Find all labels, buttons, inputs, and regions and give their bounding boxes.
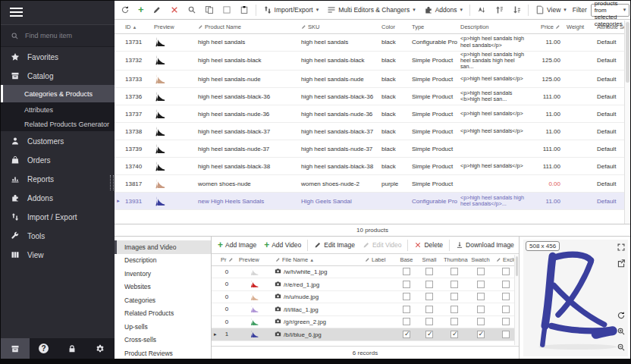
image-row-w-h-white-1-jpg[interactable]: 0 /w/h/white_1.jpg bbox=[212, 265, 519, 278]
tab-related-products[interactable]: Related Products bbox=[115, 307, 211, 321]
paste-button[interactable] bbox=[237, 4, 251, 16]
col-base[interactable]: Base bbox=[395, 254, 418, 265]
checkbox[interactable] bbox=[425, 331, 433, 338]
tab-description[interactable]: Description bbox=[115, 254, 211, 268]
menu-toggle-icon[interactable] bbox=[1, 1, 115, 24]
checkbox[interactable] bbox=[403, 268, 410, 275]
col-description[interactable]: Description bbox=[457, 20, 530, 33]
sort-az-button[interactable] bbox=[475, 4, 488, 16]
sidebar-item-related-products-generator[interactable]: Related Products Generator bbox=[1, 117, 115, 131]
checkbox[interactable] bbox=[502, 318, 510, 325]
sidebar-item-reports[interactable]: Reports bbox=[1, 169, 115, 188]
dock-catalog-button[interactable] bbox=[1, 338, 30, 359]
checkbox[interactable] bbox=[477, 318, 485, 325]
col-preview[interactable]: Preview bbox=[151, 20, 195, 33]
sidebar-search[interactable]: Find menu item bbox=[1, 24, 115, 47]
checkbox[interactable] bbox=[403, 281, 410, 288]
checkbox[interactable] bbox=[502, 281, 510, 288]
sidebar-item-favorites[interactable]: Favorites bbox=[1, 47, 115, 66]
products-grid-scrollbar[interactable] bbox=[624, 20, 630, 224]
col-weight[interactable]: Weight bbox=[564, 20, 594, 33]
zoom-out-icon[interactable] bbox=[617, 343, 626, 352]
product-row-13739[interactable]: 13739 high heel sandals-nude-37 high hee… bbox=[115, 140, 626, 158]
col-id[interactable]: ID▲ bbox=[122, 20, 151, 33]
download-image-button[interactable]: Download Image bbox=[454, 240, 516, 250]
image-row-l-i-lilac-1-jpg[interactable]: 0 /l/i/lilac_1.jpg bbox=[212, 303, 519, 316]
image-row-g-r-green-2-jpg[interactable]: 0 /g/r/green_2.jpg bbox=[212, 315, 519, 328]
dock-help-button[interactable]: ? bbox=[30, 338, 58, 359]
sidebar-item-catalog[interactable]: Catalog bbox=[1, 66, 115, 85]
tab-cross-sells[interactable]: Cross-sells bbox=[115, 334, 211, 347]
sidebar-splitter-handle[interactable] bbox=[110, 175, 114, 190]
add-image-button[interactable]: +Add Image bbox=[215, 238, 259, 252]
col-file-name[interactable]: File Name▲ bbox=[272, 254, 362, 265]
product-row-13732[interactable]: 13732 high heel sandals-black high heel … bbox=[115, 51, 626, 71]
fullscreen-icon[interactable] bbox=[617, 243, 626, 252]
addons-menu[interactable]: Addons▾ bbox=[422, 4, 465, 16]
col-small[interactable]: Small bbox=[418, 254, 441, 265]
sidebar-item-attributes[interactable]: Attributes bbox=[1, 102, 115, 117]
checkbox[interactable] bbox=[425, 281, 433, 288]
edit-video-button[interactable]: Edit Video bbox=[360, 240, 404, 250]
tab-images-and-video[interactable]: Images and Video bbox=[115, 240, 211, 254]
col-color[interactable]: Color bbox=[378, 20, 409, 33]
filter-select[interactable]: Show products from selected categories▾ bbox=[591, 4, 629, 17]
col-product-name[interactable]: Product Name bbox=[195, 20, 298, 33]
search-button[interactable] bbox=[185, 4, 199, 16]
checkbox[interactable] bbox=[502, 268, 510, 275]
product-row-13737[interactable]: 13737 high heel sandals-nude-36 high hee… bbox=[115, 105, 626, 123]
delete-image-button[interactable]: Delete bbox=[412, 240, 445, 250]
col-img-preview[interactable]: Preview bbox=[236, 254, 272, 265]
sidebar-item-categories-products[interactable]: Categories & Products bbox=[1, 85, 115, 102]
checkbox[interactable] bbox=[477, 281, 485, 288]
add-video-button[interactable]: +Add Video bbox=[262, 238, 303, 252]
checkbox[interactable] bbox=[403, 293, 410, 300]
product-row-13736[interactable]: 13736 high heel sandals-black-36 high he… bbox=[115, 88, 626, 105]
import-export-menu[interactable]: Import/Export▾ bbox=[261, 4, 322, 16]
tab-websites[interactable]: Websites bbox=[115, 281, 211, 294]
checkbox[interactable] bbox=[425, 318, 433, 325]
product-row-13740[interactable]: 13740 high heel sandals-black-38 high he… bbox=[115, 158, 626, 175]
checkbox[interactable] bbox=[403, 306, 410, 313]
col-label[interactable]: Label bbox=[362, 254, 395, 265]
checkbox[interactable] bbox=[403, 318, 410, 325]
checkbox[interactable] bbox=[477, 268, 485, 275]
image-row-n-u-nude-jpg[interactable]: 0 /n/u/nude.jpg bbox=[212, 290, 519, 303]
copy-button[interactable] bbox=[202, 4, 216, 16]
product-image[interactable] bbox=[523, 240, 628, 356]
col-thumbnail[interactable]: Thumbna bbox=[441, 254, 468, 265]
edit-product-button[interactable] bbox=[150, 4, 164, 16]
col-pr[interactable]: Pr bbox=[218, 254, 236, 265]
checkbox[interactable] bbox=[450, 293, 458, 300]
checkbox[interactable] bbox=[502, 306, 510, 313]
view-menu[interactable]: View▾ bbox=[533, 4, 569, 16]
tab-categories[interactable]: Categories bbox=[115, 293, 211, 307]
checkbox[interactable] bbox=[477, 306, 485, 313]
select-checkbox-button[interactable] bbox=[220, 4, 234, 16]
checkbox[interactable] bbox=[450, 268, 458, 275]
col-sku[interactable]: SKU bbox=[298, 20, 378, 33]
product-row-13817[interactable]: 13817 women shoes-nude women shoes-nude-… bbox=[115, 175, 626, 193]
checkbox[interactable] bbox=[502, 293, 510, 300]
col-swatch[interactable]: Swatch bbox=[468, 254, 493, 265]
checkbox[interactable] bbox=[477, 293, 485, 300]
rotate-icon[interactable] bbox=[617, 311, 626, 320]
checkbox[interactable] bbox=[477, 331, 485, 338]
col-price[interactable]: Price bbox=[530, 20, 564, 33]
move-down-button[interactable] bbox=[510, 4, 523, 16]
sidebar-item-orders[interactable]: Orders bbox=[1, 150, 115, 169]
sidebar-item-view[interactable]: View bbox=[1, 245, 115, 264]
refresh-button[interactable] bbox=[118, 4, 132, 16]
move-up-button[interactable] bbox=[492, 4, 506, 16]
checkbox[interactable] bbox=[425, 293, 433, 300]
checkbox[interactable] bbox=[502, 331, 510, 338]
checkbox[interactable] bbox=[450, 281, 458, 288]
tab-up-sells[interactable]: Up-sells bbox=[115, 320, 211, 334]
edit-image-button[interactable]: Edit Image bbox=[312, 240, 357, 250]
delete-product-button[interactable] bbox=[168, 4, 181, 16]
checkbox[interactable] bbox=[403, 331, 410, 338]
product-row-13738[interactable]: 13738 high heel sandals-black-37 high he… bbox=[115, 123, 626, 140]
checkbox[interactable] bbox=[425, 306, 433, 313]
open-external-icon[interactable] bbox=[617, 259, 626, 268]
col-attribute-set[interactable]: Attribute Set Name bbox=[594, 20, 626, 33]
